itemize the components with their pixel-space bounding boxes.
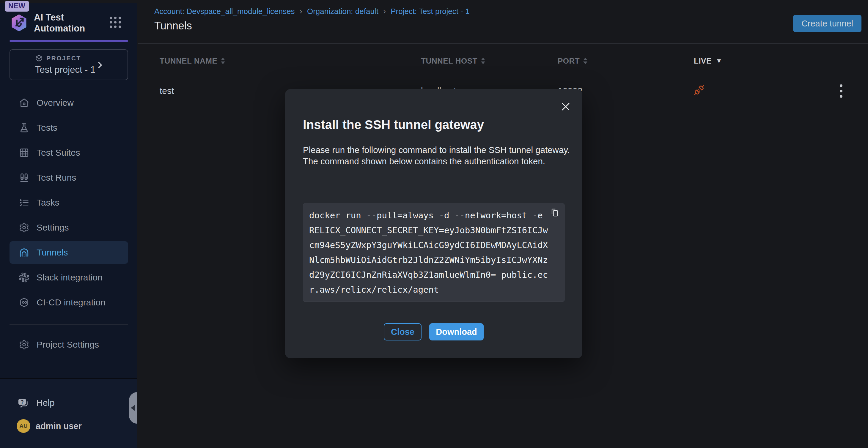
breadcrumb-item[interactable]: Account: Devspace_all_module_licenses — [154, 6, 295, 16]
command-line: RELICX_CONNECT_SECRET_KEY=eyJob3N0bmFtZS… — [309, 223, 564, 238]
modal-close-icon[interactable] — [560, 101, 571, 113]
create-tunnel-button[interactable]: Create tunnel — [793, 15, 862, 32]
app-logo — [9, 13, 29, 33]
breadcrumb-item[interactable]: Organization: default — [295, 6, 378, 16]
sidebar-footer: ? Help AU admin user — [0, 378, 137, 448]
project-selector[interactable]: PROJECT Test project - 1 — [9, 49, 128, 80]
help-label: Help — [36, 398, 55, 408]
sidebar-item-label: Test Runs — [37, 172, 76, 183]
column-header[interactable]: LIVE ▼ — [694, 57, 838, 66]
user-menu[interactable]: AU admin user — [17, 419, 137, 433]
sidebar-collapse-handle[interactable] — [129, 392, 137, 424]
command-line: d29yZCI6ICJnZnRiaXVqb3Z1amlueWlmIn0= pub… — [309, 267, 564, 282]
sidebar-item-label: Test Suites — [37, 148, 80, 158]
gear-icon — [19, 222, 29, 233]
package-icon — [35, 54, 43, 62]
sidebar-nav-item[interactable]: Tests — [9, 117, 128, 139]
command-code-block: docker run --pull=always -d --network=ho… — [303, 203, 564, 301]
apps-grid-icon[interactable] — [110, 17, 121, 28]
user-name: admin user — [36, 421, 82, 431]
sidebar-item-label: Overview — [37, 98, 74, 108]
sort-arrows-icon — [583, 58, 587, 64]
command-line: Nlcm5hbWUiOiAidGtrb2JldnZ2ZWNiYm5ibyIsIC… — [309, 253, 564, 267]
sidebar-nav-item[interactable]: Overview — [9, 92, 128, 114]
column-header[interactable]: TUNNEL NAME ▼ — [160, 57, 421, 66]
cicd-icon — [19, 297, 29, 308]
app-title: AI Test Automation — [34, 12, 99, 34]
sort-desc-icon: ▼ — [716, 57, 722, 65]
grid-icon — [19, 147, 29, 158]
sidebar-nav-item[interactable]: Settings — [9, 216, 128, 239]
command-line: docker run --pull=always -d --network=ho… — [309, 208, 564, 223]
row-actions-cell — [838, 83, 868, 99]
breadcrumb-item[interactable]: Project: Test project - 1 — [378, 6, 470, 16]
sidebar-item-label: Settings — [37, 223, 69, 233]
chevron-right-icon — [95, 61, 104, 69]
sidebar-item-label: Project Settings — [37, 340, 99, 350]
modal-description: Please run the following command to inst… — [303, 145, 572, 167]
sidebar-item-label: Tasks — [37, 198, 59, 207]
close-button[interactable]: Close — [384, 323, 422, 341]
home-icon — [19, 97, 29, 108]
sidebar: AI Test Automation PROJECT Test project … — [0, 3, 137, 448]
sidebar-nav-item[interactable]: Test Runs — [9, 166, 128, 189]
gear-icon — [19, 339, 29, 350]
slack-icon — [19, 272, 29, 283]
sidebar-divider — [9, 324, 128, 325]
unplug-icon — [694, 87, 705, 97]
column-header[interactable]: TUNNEL HOST ▼ — [421, 57, 558, 66]
copy-icon[interactable] — [549, 207, 561, 219]
page-header: Account: Devspace_all_module_licenses Or… — [137, 0, 868, 44]
columns-icon — [19, 172, 29, 183]
modal-title: Install the SSH tunnel gateway — [303, 118, 484, 132]
tunnel-icon — [19, 247, 29, 258]
project-label: PROJECT — [46, 55, 81, 62]
sidebar-nav-item[interactable]: Slack integration — [9, 266, 128, 289]
column-header[interactable]: PORT ▼ — [558, 57, 694, 66]
page-title: Tunnels — [154, 20, 192, 32]
sidebar-item-label: Slack integration — [37, 273, 102, 283]
sidebar-item-label: Tests — [37, 123, 57, 133]
sort-arrows-icon — [221, 58, 225, 64]
collapse-arrow-icon — [131, 405, 135, 411]
tasks-icon — [19, 197, 29, 208]
new-badge: NEW — [5, 1, 29, 11]
sidebar-nav-item[interactable]: Project Settings — [9, 333, 128, 356]
command-line: cm94eS5yZWxpY3guYWkiLCAicG9ydCI6IDEwMDAy… — [309, 238, 564, 253]
download-button[interactable]: Download — [429, 323, 484, 341]
breadcrumb: Account: Devspace_all_module_licenses Or… — [154, 6, 470, 16]
sidebar-secondary-nav: Project Settings — [0, 333, 137, 356]
sidebar-nav-item[interactable]: Test Suites — [9, 141, 128, 164]
avatar: AU — [17, 419, 30, 433]
project-name: Test project - 1 — [35, 64, 95, 75]
live-status-cell — [694, 85, 838, 97]
sidebar-item-label: Tunnels — [37, 248, 68, 258]
sidebar-nav-item[interactable]: CI-CD integration — [9, 291, 128, 314]
sidebar-nav: Overview Tests Test Suites Test Runs Tas… — [0, 92, 137, 314]
sort-arrows-icon — [481, 58, 485, 64]
table-header: TUNNEL NAME ▼ TUNNEL HOST ▼ PORT ▼ LIVE … — [137, 48, 868, 74]
flask-icon — [19, 122, 29, 133]
sidebar-nav-item[interactable]: Tunnels — [9, 241, 128, 264]
command-line: r.aws/relicx/relicx/agent — [309, 282, 564, 297]
sidebar-nav-item[interactable]: Tasks — [9, 191, 128, 214]
help-button[interactable]: ? Help — [17, 397, 137, 409]
install-gateway-modal: Install the SSH tunnel gateway Please ru… — [285, 89, 582, 358]
brand-divider — [9, 40, 128, 41]
help-chat-icon: ? — [17, 397, 29, 409]
modal-actions: Close Download — [285, 323, 582, 341]
kebab-menu-icon[interactable] — [838, 83, 844, 99]
sidebar-item-label: CI-CD integration — [37, 297, 105, 308]
svg-text:?: ? — [21, 399, 24, 405]
